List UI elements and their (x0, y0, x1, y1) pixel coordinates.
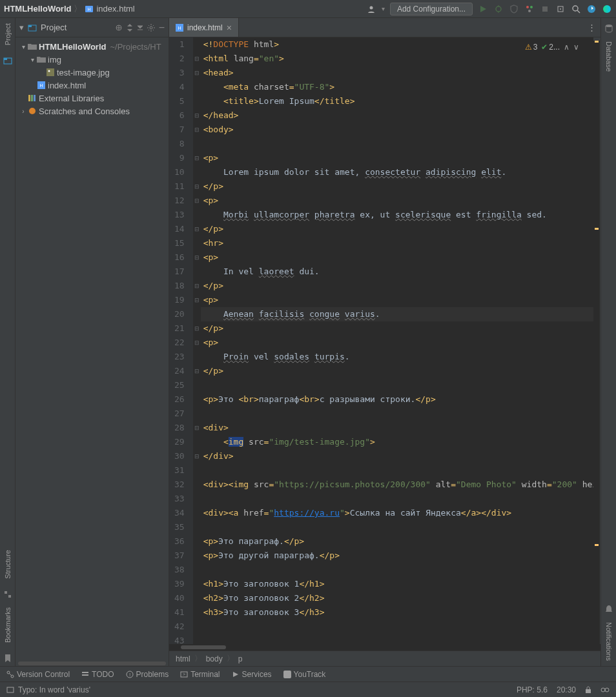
tree-file-index[interactable]: H index.html (15, 79, 169, 92)
tree-file-image[interactable]: test-image.jpg (15, 66, 169, 79)
svg-line-12 (577, 10, 580, 13)
svg-point-14 (603, 5, 611, 13)
html-file-icon: H (176, 24, 183, 32)
html-file-icon: H (36, 81, 46, 89)
profiler-icon[interactable] (524, 4, 535, 14)
svg-rect-18 (8, 595, 11, 598)
crumb-html[interactable]: html (176, 654, 190, 663)
scrollbar-thumb[interactable] (181, 645, 226, 649)
project-panel: ▾ Project − ▾ HTMLHelloWorld ~/Projects/… (15, 18, 169, 666)
tree-folder-img[interactable]: ▾ img (15, 53, 169, 66)
error-stripe[interactable] (593, 41, 600, 644)
svg-rect-29 (28, 95, 30, 101)
select-file-icon[interactable] (115, 24, 123, 32)
svg-rect-47 (586, 689, 591, 693)
processes-icon[interactable] (601, 686, 610, 694)
structure-tool-icon[interactable] (0, 587, 15, 602)
editor-tabs: H index.html × ⋮ (169, 18, 601, 37)
expand-all-icon[interactable] (127, 24, 133, 32)
navigation-bar: HTMLHelloWorld 〉 H index.html ▾ Add Conf… (0, 0, 616, 18)
next-highlight-icon[interactable]: ∨ (573, 43, 579, 52)
svg-text:H: H (88, 7, 91, 12)
update-icon[interactable] (586, 4, 597, 14)
add-configuration-button[interactable]: Add Configuration... (390, 3, 473, 15)
terminal-button[interactable]: > Terminal (180, 670, 220, 679)
library-icon (27, 94, 37, 102)
project-tool-icon[interactable] (0, 53, 15, 68)
problems-button[interactable]: ! Problems (126, 670, 169, 679)
tree-scratches[interactable]: › Scratches and Consoles (15, 105, 169, 117)
notifications-icon[interactable] (601, 601, 617, 617)
svg-point-7 (530, 6, 533, 8)
debug-icon[interactable] (493, 4, 504, 14)
close-tab-icon[interactable]: × (227, 23, 232, 33)
youtrack-button[interactable]: YouTrack (283, 670, 326, 679)
tabs-more-icon[interactable]: ⋮ (582, 18, 601, 37)
fold-column[interactable]: ⊟⊟⊟⊟⊟⊟⊟⊟⊟⊟⊟⊟⊟⊟⊟⊟ (193, 37, 201, 644)
coverage-icon[interactable] (509, 4, 519, 14)
notifications-tool-button[interactable]: Notifications (605, 617, 613, 666)
project-tree[interactable]: ▾ HTMLHelloWorld ~/Projects/HT ▾ img tes… (15, 37, 169, 120)
editor-breadcrumbs[interactable]: html〉body〉p (169, 651, 601, 666)
bookmarks-tool-icon[interactable] (0, 651, 15, 666)
svg-point-11 (573, 6, 578, 11)
gear-icon[interactable] (147, 24, 155, 32)
inspections-widget[interactable]: ⚠3 ✔2... ∧ ∨ (522, 41, 582, 53)
version-control-button[interactable]: Version Control (6, 670, 70, 679)
svg-rect-30 (31, 95, 33, 101)
collapse-all-icon[interactable] (137, 24, 143, 32)
breadcrumb-project[interactable]: HTMLHelloWorld (4, 4, 71, 14)
svg-rect-16 (4, 58, 7, 60)
svg-rect-31 (34, 95, 36, 101)
svg-point-32 (29, 108, 36, 114)
quick-list-icon[interactable] (6, 686, 14, 694)
lock-icon[interactable] (585, 686, 591, 694)
php-version[interactable]: PHP: 5.6 (517, 685, 548, 694)
prev-highlight-icon[interactable]: ∧ (564, 43, 570, 52)
code-editor[interactable]: 1234567891011121314151617181920212223242… (169, 37, 593, 644)
tree-external-libs[interactable]: External Libraries (15, 92, 169, 105)
project-tool-button[interactable]: Project (4, 18, 12, 50)
svg-point-2 (369, 6, 373, 9)
bookmarks-tool-button[interactable]: Bookmarks (4, 602, 12, 648)
search-icon[interactable] (571, 4, 581, 14)
check-icon: ✔ (541, 43, 548, 52)
svg-text:>: > (183, 672, 185, 676)
svg-rect-20 (28, 25, 32, 27)
svg-point-24 (150, 26, 152, 29)
user-icon[interactable] (366, 4, 376, 14)
crumb-p[interactable]: p (238, 654, 243, 663)
hide-panel-icon[interactable]: − (159, 22, 165, 34)
tab-index-html[interactable]: H index.html × (169, 18, 239, 37)
tree-root[interactable]: ▾ HTMLHelloWorld ~/Projects/HT (15, 40, 169, 53)
folder-icon (36, 56, 46, 63)
image-file-icon (45, 68, 56, 76)
svg-point-48 (601, 688, 605, 692)
ide-logo-icon[interactable] (602, 4, 612, 14)
breadcrumb[interactable]: HTMLHelloWorld 〉 H index.html (4, 3, 366, 15)
svg-rect-45 (283, 671, 291, 678)
project-scrollbar[interactable] (18, 662, 166, 665)
project-view-arrow-icon[interactable]: ▾ (19, 23, 24, 32)
line-gutter[interactable]: 1234567891011121314151617181920212223242… (169, 37, 193, 644)
todo-button[interactable]: TODO (81, 670, 114, 679)
database-tool-icon[interactable] (601, 21, 617, 36)
services-button[interactable]: Services (232, 670, 272, 679)
svg-rect-17 (5, 591, 7, 594)
structure-tool-button[interactable]: Structure (4, 545, 12, 584)
svg-line-38 (9, 673, 12, 676)
svg-point-26 (48, 70, 50, 72)
svg-rect-25 (46, 68, 54, 76)
code-content[interactable]: <!DOCTYPE html><html lang="en"><head> <m… (201, 37, 593, 644)
right-tool-strip: Database Notifications (601, 18, 616, 666)
left-tool-strip: Project Structure Bookmarks (0, 18, 15, 666)
breadcrumb-file[interactable]: index.html (96, 4, 134, 14)
crumb-body[interactable]: body (206, 654, 223, 663)
html-file-icon: H (85, 5, 94, 14)
attach-icon[interactable] (555, 4, 566, 14)
editor-horizontal-scrollbar[interactable] (169, 644, 601, 651)
database-tool-button[interactable]: Database (605, 36, 613, 77)
svg-point-49 (605, 688, 609, 692)
stop-icon[interactable] (540, 4, 550, 14)
run-icon[interactable] (478, 4, 488, 14)
